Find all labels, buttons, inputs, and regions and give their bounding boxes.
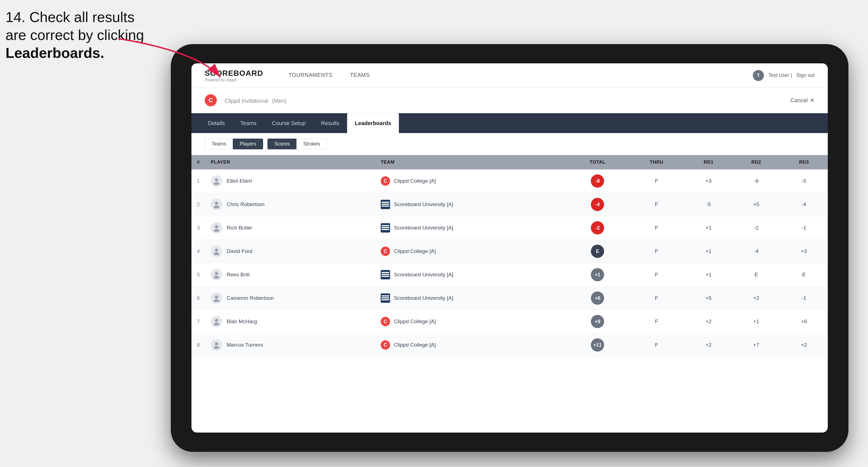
- cell-team: C Clippd College [A]: [375, 169, 567, 193]
- table-row: 5 Rees Britt Scoreboard University [A]: [191, 263, 828, 286]
- team-name: Scoreboard University [A]: [394, 295, 453, 301]
- svg-point-16: [214, 346, 219, 349]
- cell-rd3: -1: [780, 216, 828, 240]
- player-name: Elliot Ebert: [227, 178, 252, 184]
- svg-point-8: [214, 252, 219, 255]
- filter-teams-btn[interactable]: Teams: [205, 138, 233, 149]
- leaderboard-table-container: # PLAYER TEAM TOTAL THRU RD1 RD2 RD3 1: [191, 155, 828, 433]
- cell-team: C Clippd College [A]: [375, 240, 567, 263]
- team-name: Clippd College [A]: [394, 178, 436, 184]
- tournament-title: Clippd Invitational (Men): [222, 96, 790, 105]
- player-name: Marcus Turners: [227, 342, 263, 348]
- col-thru: THRU: [628, 155, 685, 169]
- team-logo-clippd: C: [381, 247, 390, 256]
- player-name: Chris Robertson: [227, 201, 265, 208]
- team-logo-scoreboard: [381, 270, 390, 279]
- cell-thru: F: [628, 310, 685, 333]
- cell-player: Cameron Robertson: [205, 286, 375, 310]
- player-name: Rich Butler: [227, 225, 252, 231]
- svg-point-12: [214, 299, 219, 302]
- cell-rd1: +1: [685, 263, 733, 286]
- cell-player: Rich Butler: [205, 216, 375, 240]
- leaderboard-table: # PLAYER TEAM TOTAL THRU RD1 RD2 RD3 1: [191, 155, 828, 357]
- cell-thru: F: [628, 216, 685, 240]
- tab-details[interactable]: Details: [200, 113, 232, 133]
- cell-player: Marcus Turners: [205, 333, 375, 357]
- cell-team: Scoreboard University [A]: [375, 216, 567, 240]
- table-row: 7 Blair McHarg C Clippd College [A] +9 F: [191, 310, 828, 333]
- total-badge: +6: [591, 291, 604, 305]
- sign-out-link[interactable]: Sign out: [796, 72, 814, 78]
- cell-rd3: +6: [780, 310, 828, 333]
- player-name: Blair McHarg: [227, 318, 257, 324]
- col-total: TOTAL: [567, 155, 628, 169]
- tab-leaderboards[interactable]: Leaderboards: [347, 113, 399, 133]
- player-avatar: [211, 292, 222, 304]
- player-avatar: [211, 316, 222, 327]
- col-team: TEAM: [375, 155, 567, 169]
- cell-thru: F: [628, 263, 685, 286]
- cell-rd1: +1: [685, 216, 733, 240]
- cell-rd2: +1: [733, 310, 780, 333]
- tab-course-setup[interactable]: Course Setup: [264, 113, 313, 133]
- nav-user: T Test User | Sign out: [753, 70, 814, 81]
- cell-rd1: +3: [685, 169, 733, 193]
- cell-team: Scoreboard University [A]: [375, 193, 567, 216]
- svg-point-4: [214, 206, 219, 208]
- cell-rd2: +7: [733, 333, 780, 357]
- filter-strokes-btn[interactable]: Strokes: [297, 138, 327, 149]
- cell-total: -8: [567, 169, 628, 193]
- cell-rd3: -5: [780, 169, 828, 193]
- col-rd2: RD2: [733, 155, 780, 169]
- svg-point-7: [215, 249, 218, 252]
- player-avatar: [211, 222, 222, 234]
- close-icon: ✕: [810, 97, 814, 103]
- svg-point-5: [215, 225, 218, 228]
- cell-rd1: +2: [685, 310, 733, 333]
- tab-results[interactable]: Results: [313, 113, 347, 133]
- filter-scores-btn[interactable]: Scores: [268, 138, 297, 149]
- svg-point-9: [215, 272, 218, 275]
- tablet-screen: SCOREBOARD Powered by clippd TOURNAMENTS…: [191, 63, 828, 433]
- svg-point-2: [214, 182, 219, 185]
- tablet-shell: SCOREBOARD Powered by clippd TOURNAMENTS…: [171, 44, 848, 452]
- cell-rd3: -4: [780, 193, 828, 216]
- cell-total: E: [567, 240, 628, 263]
- player-name: David Ford: [227, 248, 252, 254]
- cell-rd1: +5: [685, 286, 733, 310]
- cell-num: 4: [191, 240, 205, 263]
- team-logo-clippd: C: [381, 176, 390, 186]
- filter-players-btn[interactable]: Players: [233, 138, 263, 149]
- svg-point-14: [214, 323, 219, 325]
- tab-teams[interactable]: Teams: [232, 113, 264, 133]
- player-avatar: [211, 339, 222, 351]
- tab-bar: Details Teams Course Setup Results Leade…: [191, 113, 828, 133]
- player-avatar: [211, 199, 222, 210]
- top-nav: SCOREBOARD Powered by clippd TOURNAMENTS…: [191, 63, 828, 88]
- cell-num: 2: [191, 193, 205, 216]
- table-row: 2 Chris Robertson Scoreboard University …: [191, 193, 828, 216]
- team-name: Scoreboard University [A]: [394, 201, 453, 208]
- cell-total: +11: [567, 333, 628, 357]
- nav-link-tournaments[interactable]: TOURNAMENTS: [280, 63, 341, 88]
- svg-point-15: [215, 342, 218, 345]
- cell-num: 6: [191, 286, 205, 310]
- table-header-row: # PLAYER TEAM TOTAL THRU RD1 RD2 RD3: [191, 155, 828, 169]
- nav-link-teams[interactable]: TEAMS: [341, 63, 378, 88]
- cell-total: +1: [567, 263, 628, 286]
- team-logo-scoreboard: [381, 200, 390, 209]
- cell-num: 3: [191, 216, 205, 240]
- team-name: Scoreboard University [A]: [394, 225, 453, 231]
- table-row: 3 Rich Butler Scoreboard University [A]: [191, 216, 828, 240]
- cell-rd2: -6: [733, 169, 780, 193]
- cell-rd3: +3: [780, 240, 828, 263]
- cancel-button[interactable]: Cancel ✕: [790, 97, 814, 103]
- svg-point-11: [215, 295, 218, 299]
- cell-team: C Clippd College [A]: [375, 310, 567, 333]
- cell-thru: F: [628, 169, 685, 193]
- cell-rd3: -1: [780, 286, 828, 310]
- user-avatar: T: [753, 70, 764, 81]
- table-row: 6 Cameron Robertson Scoreboard Universit…: [191, 286, 828, 310]
- cell-player: Elliot Ebert: [205, 169, 375, 193]
- table-row: 1 Elliot Ebert C Clippd College [A] -8 F: [191, 169, 828, 193]
